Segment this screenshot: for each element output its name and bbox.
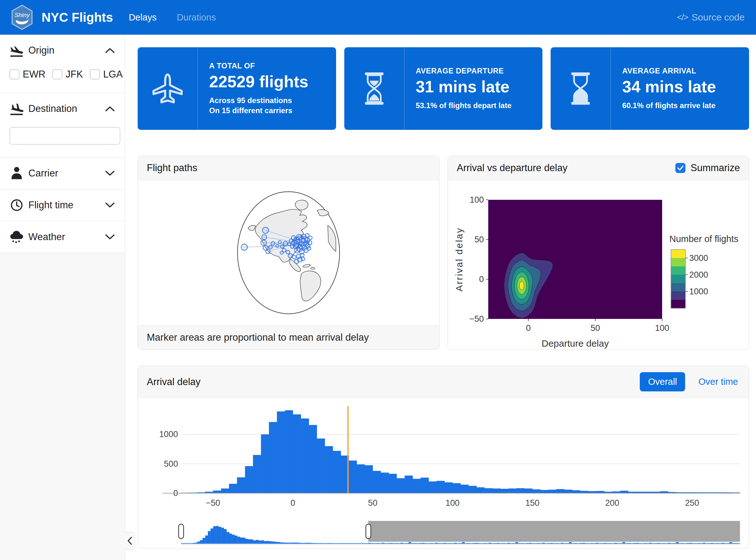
checkbox-ewr-box[interactable] [9,69,20,79]
value-box-subtitle-1: 60.1% of flights arrive late [622,101,716,111]
over-time-button[interactable]: Over time [698,377,738,387]
checkbox-lga-label: LGA [103,69,123,80]
flight-paths-card: Flight paths [138,156,440,350]
arrival-delay-header: Arrival delay Overall Over time [138,366,749,398]
accordion-destination: Destination [0,93,125,158]
source-code-label: Source code [692,12,745,23]
hourglass-half-icon [355,69,393,107]
navbar: Shiny NYC Flights Delays Durations </> S… [0,0,756,35]
svg-text:50: 50 [474,235,484,244]
checkbox-jfk[interactable]: JFK [52,69,83,80]
summarize-checkbox[interactable] [675,163,686,173]
hourglass-end-icon [561,69,599,107]
checkbox-ewr[interactable]: EWR [9,69,45,80]
checkbox-lga[interactable]: LGA [90,69,123,80]
brand-group: Shiny NYC Flights Delays Durations [11,5,227,30]
accordion-flight-time-header[interactable]: Flight time [0,189,125,221]
clock-icon [9,198,24,213]
svg-text:50: 50 [368,498,377,508]
value-box-value: 34 mins late [622,77,716,96]
arrival-delay-histogram[interactable]: 05001000−50050100150200250 [144,402,743,519]
accordion-flight-time-label: Flight time [28,199,105,211]
range-slider[interactable] [144,519,743,548]
svg-text:3000: 3000 [689,253,708,263]
arrival-vs-departure-body: 050100−50050100Departure delayArrival de… [448,180,749,350]
flight-paths-header: Flight paths [138,156,439,180]
accordion-origin-label: Origin [28,45,105,56]
value-box-row: A TOTAL OF 22529 flights Across 95 desti… [138,47,749,130]
arrival-delay-controls: Overall Over time [640,372,740,392]
user-icon [9,166,24,181]
sidebar-collapse-toggle[interactable] [125,532,135,549]
source-code-link[interactable]: </> Source code [677,12,745,23]
page-layout: Origin EWR JFK LGA [0,35,756,560]
flight-paths-footer: Marker areas are proportional to mean ar… [138,325,439,349]
value-box-avg-arrival: AVERAGE ARRIVAL 34 mins late 60.1% of fl… [551,47,749,130]
svg-text:200: 200 [605,498,619,508]
origin-body: EWR JFK LGA [0,66,125,93]
globe-map[interactable] [236,191,342,315]
overall-button[interactable]: Overall [640,372,685,392]
svg-text:1000: 1000 [159,429,178,439]
value-box-title: A TOTAL OF [209,61,308,70]
svg-text:0: 0 [526,323,530,333]
svg-text:2000: 2000 [689,270,708,280]
accordion-carrier-header[interactable]: Carrier [0,158,125,189]
value-box-total-flights: A TOTAL OF 22529 flights Across 95 desti… [138,47,336,130]
value-box-body: A TOTAL OF 22529 flights Across 95 desti… [198,47,320,130]
chevron-left-icon [127,537,132,545]
tab-durations[interactable]: Durations [177,12,216,23]
value-box-body: AVERAGE ARRIVAL 34 mins late 60.1% of fl… [611,47,727,130]
summarize-control[interactable]: Summarize [675,162,740,174]
svg-text:500: 500 [164,459,178,468]
arrival-vs-departure-title: Arrival vs departure delay [457,162,568,174]
value-box-subtitle-2: On 15 different carriers [209,105,308,116]
flight-paths-body [138,180,439,325]
svg-text:100: 100 [655,323,669,333]
accordion-carrier-label: Carrier [28,168,105,179]
svg-text:100: 100 [469,195,484,204]
checkbox-jfk-box[interactable] [52,69,62,79]
svg-text:Departure delay: Departure delay [542,338,609,348]
tab-delays[interactable]: Delays [129,12,157,23]
svg-text:−50: −50 [469,314,484,324]
app-title: NYC Flights [42,11,113,25]
value-box-showcase [138,47,198,130]
plane-icon [149,69,186,107]
accordion-destination-header[interactable]: Destination [0,93,125,124]
svg-text:Arrival delay: Arrival delay [454,227,464,292]
code-icon: </> [677,12,688,22]
value-box-subtitle-1: Across 95 destinations [209,96,308,105]
svg-text:Number of flights: Number of flights [669,234,738,244]
accordion-destination-label: Destination [28,103,105,114]
chevron-up-icon [105,105,115,112]
accordion-origin-header[interactable]: Origin [0,35,125,66]
sidebar: Origin EWR JFK LGA [0,35,125,560]
svg-text:1000: 1000 [689,287,708,296]
accordion-weather: Weather [0,221,125,253]
value-box-avg-departure: AVERAGE DEPARTURE 31 mins late 53.1% of … [344,47,543,130]
arrival-vs-departure-header: Arrival vs departure delay Summarize [448,156,749,180]
accordion-carrier: Carrier [0,158,125,189]
accordion-origin: Origin EWR JFK LGA [0,35,125,93]
checkbox-lga-box[interactable] [90,69,100,79]
accordion-weather-header[interactable]: Weather [0,221,125,253]
check-icon [677,165,683,171]
value-box-body: AVERAGE DEPARTURE 31 mins late 53.1% of … [405,47,523,130]
value-box-title: AVERAGE DEPARTURE [416,66,512,75]
value-box-title: AVERAGE ARRIVAL [622,66,716,75]
value-box-value: 22529 flights [209,72,308,91]
chevron-up-icon [105,47,115,54]
value-box-value: 31 mins late [416,77,512,96]
checkbox-jfk-label: JFK [65,69,83,80]
svg-text:Shiny: Shiny [15,12,30,18]
arrival-delay-title: Arrival delay [147,376,201,387]
accordion-weather-label: Weather [28,231,105,243]
flight-paths-title: Flight paths [147,162,197,174]
svg-text:0: 0 [479,275,484,284]
destination-input[interactable] [9,127,120,145]
arrival-delay-body: 05001000−50050100150200250 [138,398,749,548]
svg-text:150: 150 [526,498,539,508]
contour-plot[interactable]: 050100−50050100Departure delayArrival de… [450,180,747,350]
destination-body [0,124,125,157]
